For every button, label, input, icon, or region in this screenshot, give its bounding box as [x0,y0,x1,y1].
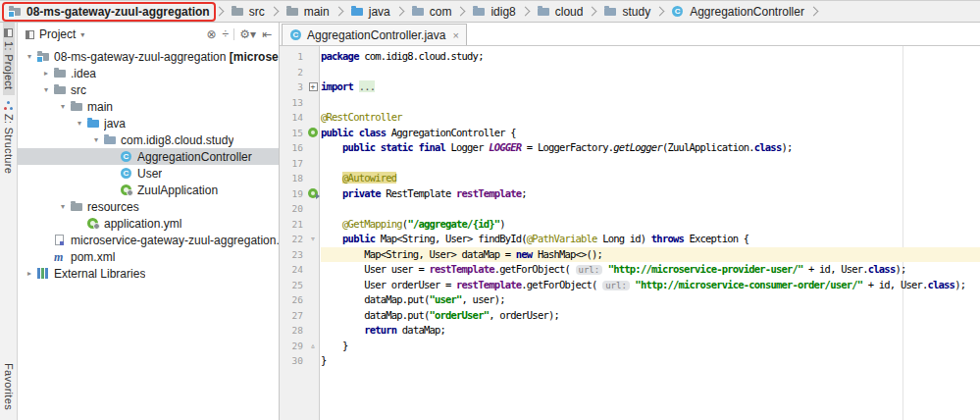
breadcrumb-item[interactable]: 08-ms-gateway-zuul-aggregation [4,4,214,20]
code-line[interactable]: 23 Map<String, User> dataMap = new HashM… [280,247,980,263]
tree-item-src[interactable]: ▾src [18,81,279,98]
code-line[interactable]: 28 return dataMap; [280,323,980,339]
editor-tab[interactable]: C AggregationController.java × [282,24,467,45]
tree-item-microservice-gateway-zuul-aggregation-iml[interactable]: microservice-gateway-zuul-aggregation.im… [18,232,279,248]
breadcrumb-item[interactable]: com [407,4,456,20]
tree-item-label: application.yml [104,217,181,231]
code-line[interactable]: 16 public static final Logger LOGGER = L… [280,140,980,156]
tree-item-external-libraries[interactable]: ▸External Libraries [18,265,279,282]
expand-arrow-icon[interactable]: ▾ [56,202,70,211]
gutter-spacer [305,247,321,263]
code-line[interactable]: 14@RestController [280,110,980,126]
chevron-right-icon [334,7,343,17]
collapse-all-icon[interactable]: ÷ [220,27,232,41]
code-line[interactable]: 13 [280,95,980,111]
tree-item-com-idig8-cloud-study[interactable]: ▾com.idig8.cloud.study [18,131,279,148]
tree-item-main[interactable]: ▾main [18,98,279,115]
code-line[interactable]: 30} [280,353,980,369]
code-line[interactable]: 17 [280,156,980,172]
tree-item-user[interactable]: CUser [18,165,279,182]
close-icon[interactable]: × [452,29,458,41]
breadcrumb-item[interactable]: idig8 [468,4,519,20]
gutter-spacer [305,110,321,126]
code-line[interactable]: 20 [280,201,980,217]
tree-item-pom-xml[interactable]: mpom.xml [18,248,279,265]
code-text: public static final Logger LOGGER = Logg… [321,140,980,156]
breadcrumb-item[interactable]: study [599,4,654,20]
chevron-right-icon [269,7,279,17]
code-text [321,65,980,80]
expand-arrow-icon[interactable]: ▸ [39,69,53,78]
stripe-tab-1-project[interactable]: 1: Project [3,23,15,95]
tree-item-label: User [137,167,162,181]
stripe-tab-label: 1: Project [3,41,15,89]
line-number: 20 [280,201,305,217]
code-line[interactable]: 24 User user = restTemplate.getForObject… [280,262,980,278]
breadcrumb-item[interactable]: java [346,4,394,20]
tree-item-resources[interactable]: ▾resources [18,198,279,215]
expand-arrow-icon[interactable]: ▾ [89,135,103,144]
code-line[interactable]: 1package com.idig8.cloud.study; [280,49,980,65]
code-line[interactable]: 26 dataMap.put("user", user); [280,292,980,308]
expand-arrow-icon[interactable]: ▾ [23,52,36,61]
stripe-tab-favorites[interactable]: Favorites [3,357,15,416]
code-text: @RestController [321,110,980,126]
code-line[interactable]: 29▵ } [280,339,980,354]
fold-collapse-end-icon[interactable]: ▵ [305,339,321,354]
tree-item-08-ms-gateway-zuul-aggregation[interactable]: ▾08-ms-gateway-zuul-aggregation [microse… [18,48,279,65]
code-editor[interactable]: 1package com.idig8.cloud.study;23+import… [280,46,980,420]
hide-icon[interactable]: ⇤ [259,27,275,41]
breadcrumb-item-label: src [249,5,265,19]
breadcrumb-item[interactable]: src [227,4,269,20]
expand-arrow-icon[interactable]: ▾ [39,85,53,94]
line-number: 14 [280,110,305,126]
line-number: 16 [280,140,305,156]
project-panel-title: Project [39,27,76,41]
code-line[interactable]: 18 @Autowired [280,171,980,186]
locate-icon[interactable]: ⊗ [204,27,220,41]
settings-icon[interactable]: ⚙▾ [236,27,259,41]
folder-pkg-icon [472,5,486,18]
code-text: Map<String, User> dataMap = new HashMap<… [321,247,980,263]
fold-expand-icon[interactable]: + [305,79,321,95]
tree-item-aggregationcontroller[interactable]: CAggregationController [18,148,279,165]
tree-item-label: main [87,100,113,114]
fold-collapse-start-icon[interactable]: ▿ [305,232,321,247]
code-line[interactable]: 25 User orderUser = restTemplate.getForO… [280,278,980,293]
line-number: 29 [280,339,305,354]
code-line[interactable]: 19 private RestTemplate restTemplate; [280,186,980,202]
expand-arrow-icon[interactable]: ▾ [73,119,86,128]
code-line[interactable]: 3+import ... [280,79,980,95]
breadcrumb-item[interactable]: CAggregationController [667,4,808,20]
gutter-spacer [305,95,321,111]
spring-autowired-icon[interactable] [305,186,321,202]
editor-area: C AggregationController.java × 1package … [280,23,980,420]
tree-item-label: microservice-gateway-zuul-aggregation.im… [71,234,279,247]
breadcrumb-item[interactable]: cloud [533,4,588,20]
code-line[interactable]: 22▿ public Map<String, User> findById(@P… [280,232,980,247]
code-line[interactable]: 21 @GetMapping("/aggregate/{id}") [280,217,980,233]
breadcrumb: 08-ms-gateway-zuul-aggregationsrcmainjav… [0,1,980,23]
gutter-spacer [305,262,321,278]
code-line[interactable]: 27 dataMap.put("orderUser", orderUser); [280,308,980,324]
tree-item--idea[interactable]: ▸.idea [18,65,279,81]
project-panel-icon [26,30,34,39]
code-text: @Autowired [321,171,980,186]
tree-item-java[interactable]: ▾java [18,115,279,131]
line-number: 28 [280,323,305,339]
expand-arrow-icon[interactable]: ▾ [56,102,70,111]
code-line[interactable]: 2 [280,65,980,80]
code-text: public Map<String, User> findById(@PathV… [321,232,980,247]
tree-item-zuulapplication[interactable]: ZuulApplication [18,182,279,198]
code-line[interactable]: 15public class AggregationController { [280,126,980,141]
folder-icon [70,100,83,113]
tree-item-application-yml[interactable]: application.yml [18,215,279,232]
breadcrumb-item[interactable]: main [282,4,334,20]
folder-icon [231,5,244,18]
chevron-down-icon[interactable]: ▾ [80,30,84,39]
spring-bean-icon[interactable] [305,126,321,141]
expand-arrow-icon[interactable]: ▸ [23,269,36,278]
code-text: package com.idig8.cloud.study; [321,49,980,65]
stripe-tab-z-structure[interactable]: Z: Structure [3,95,15,180]
tree-item-label: java [104,117,126,131]
